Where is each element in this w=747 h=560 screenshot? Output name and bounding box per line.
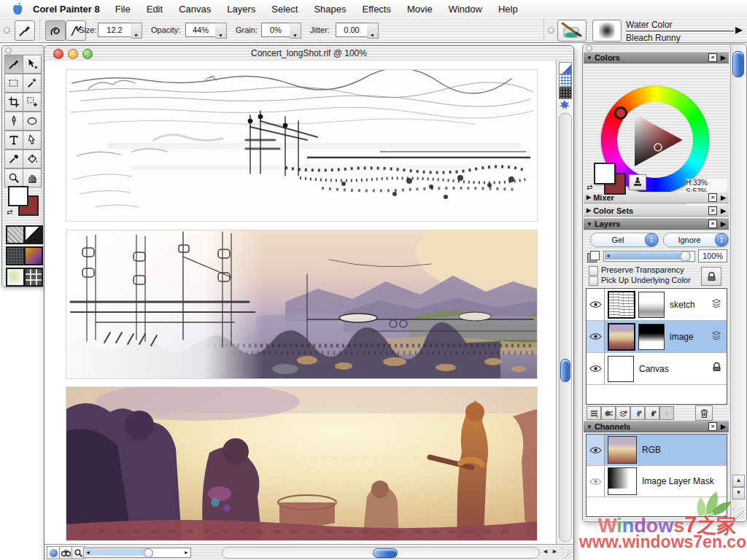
- magnifier-tool[interactable]: [4, 168, 23, 187]
- panel-menu-icon[interactable]: ▶: [721, 423, 726, 430]
- panel-menu-icon[interactable]: ▶: [721, 194, 726, 201]
- menu-item-file[interactable]: File: [107, 4, 139, 15]
- brush-tool-indicator[interactable]: [15, 20, 35, 41]
- colors-panel-header[interactable]: ▼ Colors × ▶: [584, 52, 729, 63]
- swap-colors-icon[interactable]: ⇄: [587, 183, 592, 191]
- hue-marker[interactable]: [614, 106, 627, 120]
- layer-row-sketch[interactable]: sketch: [587, 289, 727, 321]
- lock-layer-button[interactable]: [701, 267, 721, 286]
- vertical-scrollbar[interactable]: [559, 113, 572, 542]
- new-liquid-ink-layer-button[interactable]: [645, 406, 659, 420]
- zoom-slider-right-arrow[interactable]: ►: [184, 550, 189, 555]
- opacity-slider-thumb[interactable]: [680, 251, 691, 262]
- menu-item-shapes[interactable]: Shapes: [306, 4, 354, 15]
- panel-menu-icon[interactable]: ▶: [721, 220, 726, 228]
- brush-variant-name[interactable]: Bleach Runny: [626, 33, 734, 43]
- vertical-scrollbar-thumb[interactable]: [560, 359, 570, 382]
- shape-selection-tool[interactable]: [23, 131, 42, 149]
- dropper-tool[interactable]: [4, 149, 23, 168]
- palette-scrollbar-thumb[interactable]: [732, 51, 744, 77]
- main-color-swatch[interactable]: [594, 163, 616, 184]
- close-panel-icon[interactable]: ×: [708, 206, 717, 215]
- dynamic-plugins-button[interactable]: [601, 406, 616, 420]
- panel-menu-icon[interactable]: ▶: [721, 54, 726, 61]
- palette-scrollbar[interactable]: ▲ ▼: [730, 45, 746, 521]
- brush-category-name[interactable]: Water Color: [626, 20, 734, 31]
- magic-wand-tool[interactable]: [23, 74, 42, 93]
- text-tool[interactable]: [4, 131, 23, 149]
- swap-colors-icon[interactable]: ⇄: [7, 208, 12, 216]
- close-panel-icon[interactable]: ×: [708, 422, 717, 431]
- collapse-triangle-icon[interactable]: ▶: [587, 207, 591, 214]
- sv-triangle[interactable]: [617, 102, 693, 178]
- pick-up-underlying-checkbox[interactable]: [589, 276, 598, 286]
- drawing-modes-button[interactable]: [47, 546, 60, 559]
- new-layer-button[interactable]: [616, 406, 630, 420]
- brush-variant-dab-button[interactable]: [592, 20, 622, 42]
- brush-selector-names[interactable]: Water Color Bleach Runny: [626, 20, 734, 43]
- delete-layer-button[interactable]: [695, 405, 713, 421]
- grabber-hand-tool[interactable]: [23, 168, 42, 187]
- close-panel-icon[interactable]: ×: [708, 219, 717, 228]
- channels-panel-header[interactable]: ▼ Channels × ▶: [584, 421, 729, 432]
- panel-menu-icon[interactable]: ▶: [721, 207, 726, 214]
- brush-category-button[interactable]: [557, 20, 587, 42]
- close-panel-icon[interactable]: ×: [708, 193, 717, 202]
- crop-tool[interactable]: [4, 93, 23, 112]
- menu-item-layers[interactable]: Layers: [219, 4, 263, 15]
- close-panel-icon[interactable]: ×: [708, 53, 717, 62]
- page-info-icon[interactable]: [559, 62, 572, 74]
- composite-method-dropdown[interactable]: Gel ▲▼: [590, 233, 659, 247]
- zoom-slider-thumb[interactable]: [144, 548, 153, 558]
- nozzle-selector[interactable]: [6, 268, 25, 287]
- gradient-selector[interactable]: [24, 246, 43, 265]
- paint-bucket-tool[interactable]: [23, 149, 42, 168]
- oval-shape-tool[interactable]: [23, 112, 42, 131]
- size-field[interactable]: 12.2: [98, 23, 131, 37]
- scroll-left-arrow[interactable]: ◄: [542, 548, 549, 555]
- color-sets-panel-header[interactable]: ▶ Color Sets × ▶: [584, 205, 729, 217]
- layer-visibility-toggle[interactable]: [587, 289, 605, 320]
- weave-selector[interactable]: [6, 246, 25, 265]
- freehand-strokes-button[interactable]: [45, 20, 66, 41]
- menu-item-effects[interactable]: Effects: [354, 4, 399, 15]
- opacity-popup-arrow[interactable]: ▼: [215, 23, 227, 39]
- menu-item-window[interactable]: Window: [441, 4, 490, 15]
- menu-item-help[interactable]: Help: [490, 4, 526, 15]
- channel-visibility-toggle[interactable]: [587, 435, 605, 465]
- opacity-slider-left-arrow[interactable]: ◄: [605, 253, 611, 258]
- clone-color-button[interactable]: [629, 174, 646, 190]
- rectangular-selection-tool[interactable]: [4, 74, 23, 93]
- grid-overlay-icon[interactable]: [559, 74, 572, 87]
- collapse-triangle-icon[interactable]: ▼: [587, 55, 592, 61]
- composite-depth-dropdown[interactable]: Ignore ▲▼: [663, 233, 729, 247]
- layer-row-image[interactable]: image: [587, 321, 727, 353]
- layer-visibility-toggle[interactable]: [587, 353, 605, 384]
- preserve-transparency-checkbox[interactable]: [589, 266, 598, 276]
- apple-menu-icon[interactable]: [12, 1, 24, 16]
- tracing-paper-icon[interactable]: [559, 87, 572, 99]
- document-title-bar[interactable]: Concert_longShot.rif @ 100%: [44, 46, 573, 61]
- collapse-triangle-icon[interactable]: ▼: [587, 424, 592, 430]
- layer-adjuster-tool[interactable]: [23, 55, 42, 74]
- menu-item-canvas[interactable]: Canvas: [171, 4, 219, 15]
- toolbox-handle[interactable]: [5, 47, 12, 54]
- layer-commands-button[interactable]: [587, 406, 601, 420]
- new-watercolor-layer-button[interactable]: [630, 406, 645, 420]
- layer-row-canvas[interactable]: Canvas: [587, 353, 727, 385]
- collapse-triangle-icon[interactable]: ▼: [587, 221, 592, 228]
- grain-popup-arrow[interactable]: ▼: [290, 23, 301, 39]
- property-bar-handle[interactable]: [4, 27, 10, 34]
- looks-selector[interactable]: [24, 268, 43, 287]
- annotations-icon[interactable]: [559, 99, 570, 110]
- grain-field[interactable]: 0%: [261, 23, 290, 37]
- horizontal-scrollbar-thumb[interactable]: [373, 548, 398, 558]
- jitter-field[interactable]: 0.00: [336, 23, 368, 37]
- paper-selector[interactable]: [6, 225, 25, 244]
- navigator-button[interactable]: [59, 546, 72, 559]
- canvas-surface[interactable]: [45, 61, 557, 545]
- opacity-field[interactable]: 44%: [185, 23, 216, 37]
- palette-dock-handle[interactable]: [586, 45, 592, 52]
- pattern-selector[interactable]: [24, 225, 43, 244]
- menu-item-movie[interactable]: Movie: [399, 4, 441, 15]
